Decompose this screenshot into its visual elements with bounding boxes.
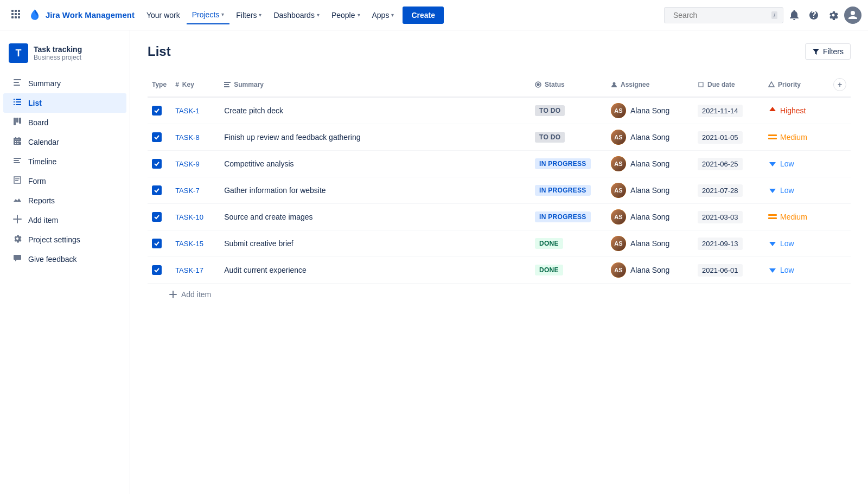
sidebar-item-give-feedback[interactable]: Give feedback <box>3 249 126 269</box>
list-icon <box>12 98 23 108</box>
status-badge[interactable]: DONE <box>535 238 563 249</box>
sidebar-item-add-item[interactable]: Add item <box>3 210 126 230</box>
task-summary-cell: Create pitch deck <box>220 97 531 124</box>
task-summary-cell: Finish up review and feedback gathering <box>220 124 531 151</box>
grid-menu-icon[interactable] <box>7 5 25 25</box>
add-item-button[interactable]: Add item <box>169 290 846 299</box>
task-checkbox[interactable] <box>152 159 162 169</box>
feedback-icon <box>12 254 23 265</box>
task-checkbox[interactable] <box>152 265 162 275</box>
settings-button[interactable] <box>825 7 842 24</box>
task-assignee-cell: AS Alana Song <box>607 257 693 284</box>
task-checkbox[interactable] <box>152 212 162 222</box>
status-badge[interactable]: IN PROGRESS <box>535 185 591 196</box>
add-item-row: Add item <box>148 284 851 305</box>
status-badge[interactable]: TO DO <box>535 105 565 116</box>
sidebar-item-label: List <box>28 99 42 107</box>
create-button[interactable]: Create <box>403 7 444 24</box>
svg-rect-22 <box>14 160 19 161</box>
status-badge[interactable]: IN PROGRESS <box>535 158 591 169</box>
board-icon <box>12 117 23 128</box>
calendar-icon <box>12 137 23 147</box>
nav-dashboards[interactable]: Dashboards ▾ <box>268 7 325 24</box>
add-icon <box>169 291 177 298</box>
task-priority-cell: Low <box>764 151 829 177</box>
svg-rect-4 <box>15 13 17 15</box>
task-checkbox[interactable] <box>152 106 162 116</box>
task-summary: Gather information for website <box>224 186 326 195</box>
task-type-cell <box>148 124 171 151</box>
priority-label: Low <box>780 159 794 168</box>
task-key[interactable]: TASK-15 <box>175 240 203 248</box>
assignee-name: Alana Song <box>630 266 669 274</box>
nav-projects[interactable]: Projects ▾ <box>187 6 230 24</box>
sidebar-item-list[interactable]: List <box>3 93 126 113</box>
task-checkbox[interactable] <box>152 185 162 195</box>
due-date-badge: 2021-09-13 <box>698 238 743 250</box>
nav-filters[interactable]: Filters ▾ <box>231 7 267 24</box>
svg-rect-13 <box>16 99 21 100</box>
svg-rect-35 <box>768 217 777 219</box>
sidebar-item-form[interactable]: Form <box>3 171 126 191</box>
due-date-badge: 2021-06-25 <box>698 158 743 170</box>
avatar-inner: AS <box>611 183 626 198</box>
page-header: List Filters <box>148 43 851 60</box>
sidebar-item-timeline[interactable]: Timeline <box>3 152 126 171</box>
notifications-button[interactable] <box>786 7 803 24</box>
apps-chevron-icon: ▾ <box>391 12 394 18</box>
task-key-cell: TASK-9 <box>171 151 220 177</box>
avatar: AS <box>611 103 626 118</box>
task-key[interactable]: TASK-9 <box>175 160 200 168</box>
user-avatar[interactable] <box>844 7 861 24</box>
task-type-cell <box>148 204 171 230</box>
status-badge[interactable]: DONE <box>535 265 563 275</box>
project-name: Task tracking <box>34 45 82 54</box>
col-header-summary: Summary <box>220 73 531 97</box>
sidebar-item-board[interactable]: Board <box>3 113 126 132</box>
project-icon: T <box>9 43 28 63</box>
task-extra-cell <box>829 230 851 257</box>
status-badge[interactable]: TO DO <box>535 132 565 143</box>
sidebar-item-reports[interactable]: Reports <box>3 191 126 210</box>
assignee-cell: AS Alana Song <box>611 183 689 198</box>
task-checkbox[interactable] <box>152 239 162 248</box>
assignee-cell: AS Alana Song <box>611 156 689 171</box>
add-item-label: Add item <box>181 290 211 299</box>
task-key[interactable]: TASK-1 <box>175 107 200 115</box>
nav-people[interactable]: People ▾ <box>326 7 366 24</box>
status-badge[interactable]: IN PROGRESS <box>535 211 591 222</box>
col-header-assignee: Assignee <box>607 73 693 97</box>
task-key[interactable]: TASK-10 <box>175 213 203 221</box>
app-logo[interactable]: Jira Work Management <box>27 8 135 23</box>
sidebar-item-calendar[interactable]: Calendar <box>3 132 126 152</box>
assignee-name: Alana Song <box>630 186 669 195</box>
task-key[interactable]: TASK-7 <box>175 187 200 195</box>
task-extra-cell <box>829 151 851 177</box>
task-checkbox[interactable] <box>152 132 162 142</box>
task-summary: Create pitch deck <box>224 106 283 115</box>
nav-your-work[interactable]: Your work <box>141 7 186 24</box>
search-box[interactable]: / <box>664 7 783 23</box>
svg-rect-17 <box>16 104 21 105</box>
assignee-name: Alana Song <box>630 106 669 115</box>
task-key-cell: TASK-10 <box>171 204 220 230</box>
sidebar-item-project-settings[interactable]: Project settings <box>3 230 126 249</box>
task-key[interactable]: TASK-17 <box>175 266 203 274</box>
assignee-cell: AS Alana Song <box>611 130 689 145</box>
task-assignee-cell: AS Alana Song <box>607 204 693 230</box>
task-priority-cell: Highest <box>764 97 829 124</box>
task-duedate-cell: 2021-01-05 <box>693 124 764 151</box>
svg-rect-16 <box>14 104 15 105</box>
search-input[interactable] <box>673 11 768 20</box>
add-column-button[interactable]: + <box>833 78 846 91</box>
nav-apps[interactable]: Apps ▾ <box>367 7 400 24</box>
help-button[interactable] <box>805 7 822 24</box>
due-date-badge: 2021-06-01 <box>698 264 743 277</box>
task-key[interactable]: TASK-8 <box>175 133 200 142</box>
priority-icon <box>768 159 777 169</box>
svg-rect-5 <box>18 13 20 15</box>
sidebar-item-summary[interactable]: Summary <box>3 74 126 93</box>
priority-cell: Medium <box>768 133 825 142</box>
filters-button[interactable]: Filters <box>805 43 851 60</box>
sidebar-project: T Task tracking Business project <box>0 37 130 69</box>
